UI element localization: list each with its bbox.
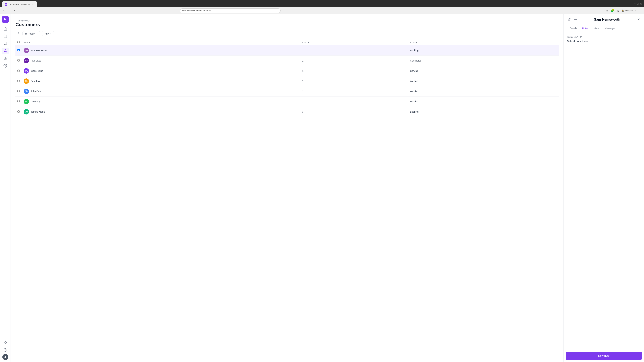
note-menu-button[interactable]: ⋯ [638, 35, 641, 38]
customers-table: NAME VISITS STATE SH Sam Hemsworth 1 Boo… [16, 40, 559, 117]
tab-visits[interactable]: Visits [591, 25, 602, 32]
bookmark-button[interactable]: ☆ [605, 8, 608, 13]
address-bar[interactable]: new.waitwhile.com/customers [180, 8, 280, 13]
tab-notes[interactable]: Notes [580, 25, 591, 32]
row-checkbox-cell [16, 45, 22, 56]
sidebar-item-help[interactable] [2, 347, 9, 353]
panel-tabs: Details Notes Visits Messages [564, 25, 644, 32]
split-view-button[interactable]: ⊡ [617, 8, 620, 13]
svg-line-14 [18, 34, 19, 34]
customer-name-cell: PJ Paul Jake [24, 58, 298, 63]
edit-button[interactable] [567, 17, 572, 22]
date-filter-label: Today [28, 32, 34, 35]
row-checkbox[interactable] [18, 90, 20, 92]
customer-avatar: SH [24, 48, 29, 53]
incognito-button[interactable]: 🕵 Incognito (2) [622, 9, 636, 12]
sidebar-item-messages[interactable] [2, 40, 9, 47]
row-checkbox-cell [16, 86, 22, 96]
forward-button[interactable]: → [8, 8, 12, 13]
select-all-checkbox[interactable] [18, 41, 20, 43]
row-state-cell: Waitlist [408, 76, 559, 86]
row-visits-cell: 1 [300, 56, 408, 66]
row-visits-cell: 1 [300, 76, 408, 86]
sidebar: M [0, 14, 11, 362]
active-tab[interactable]: W Customers | Waitwhile ✕ [2, 1, 37, 7]
sidebar-item-lightning[interactable] [2, 339, 9, 346]
row-checkbox[interactable] [18, 100, 20, 102]
table-row[interactable]: LL Lee Long 1 Waitlist [16, 96, 559, 107]
row-checkbox-cell [16, 96, 22, 107]
table-row[interactable]: WL Walter Luke 1 Serving [16, 66, 559, 76]
reload-button[interactable]: ↻ [14, 8, 17, 13]
row-checkbox-cell [16, 66, 22, 76]
workspace-avatar-letter: M [4, 18, 6, 21]
close-window-button[interactable]: ✕ [640, 2, 642, 5]
row-checkbox[interactable] [18, 69, 20, 72]
panel-header: ⋯ Sam Hemsworth ✕ [564, 14, 644, 25]
customer-avatar: LL [24, 99, 29, 104]
table-row[interactable]: SH Sam Hemsworth 1 Booking [16, 45, 559, 56]
note-text: To be delivered later. [567, 39, 641, 43]
col-visits-header: VISITS [300, 40, 408, 45]
customer-avatar: PJ [24, 58, 29, 63]
note-timestamp: Today, 2:54 PM · [567, 36, 583, 38]
table-row[interactable]: JM Jemina Madie 3 Booking [16, 107, 559, 117]
new-note-button[interactable]: New note [566, 352, 642, 360]
browser-chrome: W Customers | Waitwhile ✕ + ─ □ ✕ [0, 0, 644, 7]
table-row[interactable]: PJ Paul Jake 1 Completed [16, 56, 559, 66]
app-container: M [0, 14, 644, 362]
row-state-cell: Completed [408, 56, 559, 66]
maximize-button[interactable]: □ [637, 2, 638, 5]
customer-name-cell: LL Lee Long [24, 99, 298, 104]
customer-name: Paul Jake [31, 59, 41, 62]
any-filter-label: Any [44, 32, 49, 35]
sidebar-item-home[interactable] [2, 25, 9, 32]
table-row[interactable]: SL Sam Luke 1 Waitlist [16, 76, 559, 86]
minimize-button[interactable]: ─ [634, 2, 636, 5]
main-content: Moodjoy7434 Customers Today An [11, 14, 564, 362]
svg-point-13 [17, 32, 19, 34]
col-name-header: NAME [22, 40, 300, 45]
row-checkbox[interactable] [18, 59, 20, 61]
svg-point-12 [5, 356, 6, 357]
extension-button[interactable]: 🧩 [610, 8, 615, 13]
row-name-cell: JD John Dale [22, 86, 300, 96]
row-checkbox[interactable] [18, 110, 20, 113]
workspace-avatar[interactable]: M [2, 16, 9, 23]
customer-avatar: JD [24, 89, 29, 94]
back-button[interactable]: ← [2, 8, 6, 13]
row-checkbox-cell [16, 76, 22, 86]
row-name-cell: LL Lee Long [22, 96, 300, 107]
row-visits-cell: 3 [300, 107, 408, 117]
user-avatar[interactable] [2, 354, 8, 360]
right-panel: ⋯ Sam Hemsworth ✕ Details Notes Visits M… [564, 14, 644, 362]
row-visits-cell: 1 [300, 45, 408, 56]
more-options-button[interactable]: ⋯ [574, 17, 578, 22]
customer-name: Sam Luke [31, 80, 41, 82]
new-tab-button[interactable]: + [37, 3, 42, 7]
customer-name-cell: JM Jemina Madie [24, 109, 298, 114]
tab-messages[interactable]: Messages [602, 25, 618, 32]
table-row[interactable]: JD John Dale 1 Waitlist [16, 86, 559, 96]
row-name-cell: PJ Paul Jake [22, 56, 300, 66]
customer-avatar: WL [24, 68, 29, 73]
row-visits-cell: 1 [300, 66, 408, 76]
sidebar-item-analytics[interactable] [2, 55, 9, 62]
tab-details[interactable]: Details [567, 25, 580, 32]
tab-close-button[interactable]: ✕ [32, 3, 34, 6]
customer-name: Sam Hemsworth [31, 49, 48, 52]
any-filter-button[interactable]: Any [42, 31, 54, 36]
row-checkbox[interactable] [18, 49, 20, 51]
date-filter-button[interactable]: Today [22, 31, 40, 36]
row-state-cell: Waitlist [408, 86, 559, 96]
customer-name-cell: SL Sam Luke [24, 78, 298, 84]
sidebar-item-customers[interactable] [2, 48, 9, 54]
sidebar-item-calendar[interactable] [2, 33, 9, 39]
row-checkbox[interactable] [18, 80, 20, 82]
search-button[interactable] [16, 31, 20, 36]
svg-rect-0 [4, 35, 7, 38]
sidebar-bottom [2, 339, 9, 360]
menu-button[interactable]: ⋮ [638, 8, 642, 13]
sidebar-item-settings[interactable] [2, 62, 9, 69]
panel-close-button[interactable]: ✕ [636, 17, 641, 22]
